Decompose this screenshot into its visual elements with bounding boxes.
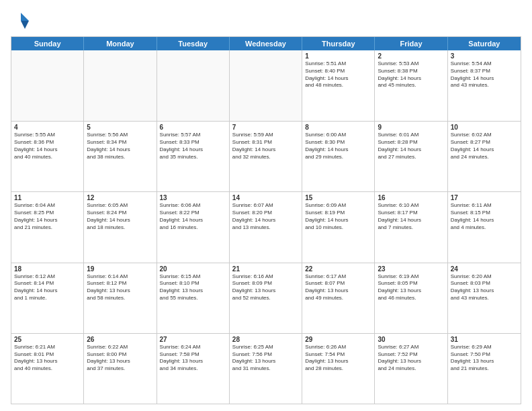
header-day-sunday: Sunday [11,37,84,50]
header-day-friday: Friday [375,37,447,50]
day-number: 18 [14,265,81,273]
calendar-cell-11: 8Sunrise: 6:00 AM Sunset: 8:30 PM Daylig… [302,122,375,191]
calendar-cell-2 [157,50,230,121]
header-day-monday: Monday [84,37,157,50]
day-number: 13 [160,194,226,201]
calendar-cell-23: 20Sunrise: 6:15 AM Sunset: 8:10 PM Dayli… [157,263,230,333]
day-number: 25 [14,336,81,343]
day-number: 19 [87,265,153,273]
calendar-cell-8: 5Sunrise: 5:56 AM Sunset: 8:34 PM Daylig… [84,122,157,191]
day-number: 26 [87,336,153,343]
day-info: Sunrise: 6:27 AM Sunset: 7:52 PM Dayligh… [378,344,444,373]
calendar-week-2: 4Sunrise: 5:55 AM Sunset: 8:36 PM Daylig… [11,121,521,191]
day-number: 16 [378,194,444,201]
day-number: 21 [232,265,299,273]
day-number: 17 [451,194,518,201]
day-info: Sunrise: 6:00 AM Sunset: 8:30 PM Dayligh… [305,132,371,161]
day-info: Sunrise: 5:59 AM Sunset: 8:31 PM Dayligh… [232,132,299,161]
day-number: 14 [232,194,299,201]
day-number: 28 [232,336,299,343]
calendar-cell-34: 31Sunrise: 6:29 AM Sunset: 7:50 PM Dayli… [448,334,521,404]
day-info: Sunrise: 6:11 AM Sunset: 8:15 PM Dayligh… [451,202,518,231]
day-info: Sunrise: 6:15 AM Sunset: 8:10 PM Dayligh… [160,273,226,302]
logo [11,11,34,31]
day-number: 23 [378,265,444,273]
day-number: 24 [451,265,518,273]
calendar-cell-9: 6Sunrise: 5:57 AM Sunset: 8:33 PM Daylig… [157,122,230,191]
day-info: Sunrise: 5:57 AM Sunset: 8:33 PM Dayligh… [160,132,226,161]
day-number: 12 [87,194,153,201]
calendar-cell-7: 4Sunrise: 5:55 AM Sunset: 8:36 PM Daylig… [11,122,84,191]
day-info: Sunrise: 6:01 AM Sunset: 8:28 PM Dayligh… [378,132,444,161]
calendar-cell-1 [84,50,157,121]
day-number: 1 [305,52,371,60]
calendar-cell-3 [230,50,302,121]
day-info: Sunrise: 6:16 AM Sunset: 8:09 PM Dayligh… [232,273,299,302]
page: SundayMondayTuesdayWednesdayThursdayFrid… [0,0,532,411]
calendar-cell-27: 24Sunrise: 6:20 AM Sunset: 8:03 PM Dayli… [448,263,521,333]
day-info: Sunrise: 6:06 AM Sunset: 8:22 PM Dayligh… [160,202,226,231]
calendar-cell-6: 3Sunrise: 5:54 AM Sunset: 8:37 PM Daylig… [448,50,521,121]
day-info: Sunrise: 5:53 AM Sunset: 8:38 PM Dayligh… [378,60,444,89]
calendar-cell-14: 11Sunrise: 6:04 AM Sunset: 8:25 PM Dayli… [11,192,84,262]
day-info: Sunrise: 6:09 AM Sunset: 8:19 PM Dayligh… [305,202,371,231]
calendar-cell-22: 19Sunrise: 6:14 AM Sunset: 8:12 PM Dayli… [84,263,157,333]
calendar-cell-0 [11,50,84,121]
calendar-cell-21: 18Sunrise: 6:12 AM Sunset: 8:14 PM Dayli… [11,263,84,333]
day-number: 20 [160,265,226,273]
calendar-week-3: 11Sunrise: 6:04 AM Sunset: 8:25 PM Dayli… [11,191,521,262]
calendar-cell-15: 12Sunrise: 6:05 AM Sunset: 8:24 PM Dayli… [84,192,157,262]
day-info: Sunrise: 6:14 AM Sunset: 8:12 PM Dayligh… [87,273,153,302]
calendar-cell-26: 23Sunrise: 6:19 AM Sunset: 8:05 PM Dayli… [375,263,447,333]
calendar-cell-5: 2Sunrise: 5:53 AM Sunset: 8:38 PM Daylig… [375,50,447,121]
day-number: 27 [160,336,226,343]
calendar-week-1: 1Sunrise: 5:51 AM Sunset: 8:40 PM Daylig… [11,50,521,121]
day-info: Sunrise: 6:20 AM Sunset: 8:03 PM Dayligh… [451,273,518,302]
day-number: 7 [232,124,299,131]
day-number: 22 [305,265,371,273]
day-info: Sunrise: 6:12 AM Sunset: 8:14 PM Dayligh… [14,273,81,302]
day-info: Sunrise: 5:55 AM Sunset: 8:36 PM Dayligh… [14,132,81,161]
header [11,11,521,31]
day-info: Sunrise: 6:19 AM Sunset: 8:05 PM Dayligh… [378,273,444,302]
calendar-cell-31: 28Sunrise: 6:25 AM Sunset: 7:56 PM Dayli… [230,334,302,404]
day-number: 11 [14,194,81,201]
calendar-header: SundayMondayTuesdayWednesdayThursdayFrid… [11,37,521,50]
calendar-cell-29: 26Sunrise: 6:22 AM Sunset: 8:00 PM Dayli… [84,334,157,404]
day-info: Sunrise: 6:05 AM Sunset: 8:24 PM Dayligh… [87,202,153,231]
header-day-wednesday: Wednesday [230,37,302,50]
calendar-cell-32: 29Sunrise: 6:26 AM Sunset: 7:54 PM Dayli… [302,334,375,404]
header-day-thursday: Thursday [302,37,375,50]
day-info: Sunrise: 6:02 AM Sunset: 8:27 PM Dayligh… [451,132,518,161]
day-info: Sunrise: 5:51 AM Sunset: 8:40 PM Dayligh… [305,60,371,89]
header-day-saturday: Saturday [448,37,521,50]
day-info: Sunrise: 5:56 AM Sunset: 8:34 PM Dayligh… [87,132,153,161]
day-number: 29 [305,336,371,343]
day-info: Sunrise: 6:29 AM Sunset: 7:50 PM Dayligh… [451,344,518,373]
calendar-week-5: 25Sunrise: 6:21 AM Sunset: 8:01 PM Dayli… [11,333,521,404]
day-info: Sunrise: 6:04 AM Sunset: 8:25 PM Dayligh… [14,202,81,231]
calendar: SundayMondayTuesdayWednesdayThursdayFrid… [11,36,521,404]
calendar-cell-17: 14Sunrise: 6:07 AM Sunset: 8:20 PM Dayli… [230,192,302,262]
header-day-tuesday: Tuesday [157,37,230,50]
day-number: 15 [305,194,371,201]
day-number: 31 [451,336,518,343]
calendar-cell-16: 13Sunrise: 6:06 AM Sunset: 8:22 PM Dayli… [157,192,230,262]
calendar-cell-19: 16Sunrise: 6:10 AM Sunset: 8:17 PM Dayli… [375,192,447,262]
calendar-cell-12: 9Sunrise: 6:01 AM Sunset: 8:28 PM Daylig… [375,122,447,191]
calendar-cell-20: 17Sunrise: 6:11 AM Sunset: 8:15 PM Dayli… [448,192,521,262]
calendar-cell-10: 7Sunrise: 5:59 AM Sunset: 8:31 PM Daylig… [230,122,302,191]
svg-marker-1 [21,21,29,29]
calendar-cell-28: 25Sunrise: 6:21 AM Sunset: 8:01 PM Dayli… [11,334,84,404]
day-number: 9 [378,124,444,131]
day-info: Sunrise: 6:25 AM Sunset: 7:56 PM Dayligh… [232,344,299,373]
calendar-cell-18: 15Sunrise: 6:09 AM Sunset: 8:19 PM Dayli… [302,192,375,262]
day-info: Sunrise: 6:10 AM Sunset: 8:17 PM Dayligh… [378,202,444,231]
day-info: Sunrise: 6:24 AM Sunset: 7:58 PM Dayligh… [160,344,226,373]
calendar-week-4: 18Sunrise: 6:12 AM Sunset: 8:14 PM Dayli… [11,263,521,333]
day-info: Sunrise: 6:07 AM Sunset: 8:20 PM Dayligh… [232,202,299,231]
day-number: 6 [160,124,226,131]
svg-marker-0 [21,13,29,21]
day-number: 4 [14,124,81,131]
calendar-cell-24: 21Sunrise: 6:16 AM Sunset: 8:09 PM Dayli… [230,263,302,333]
